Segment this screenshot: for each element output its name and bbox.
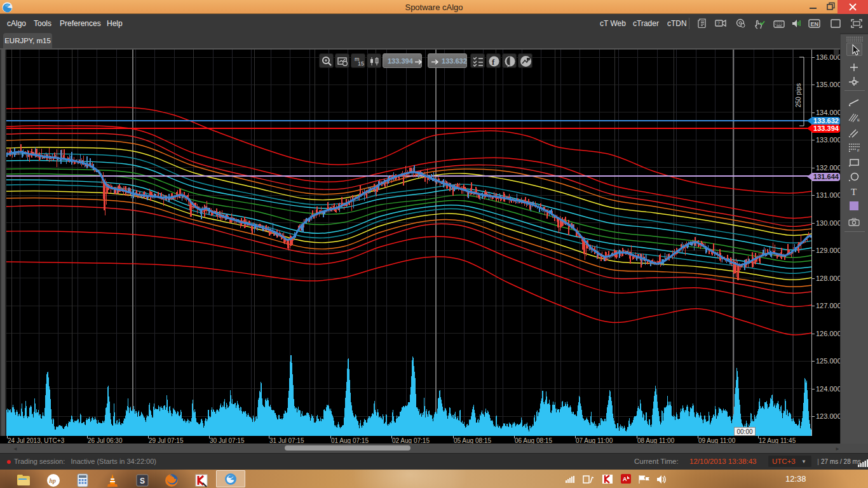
svg-text:f: f: [492, 57, 495, 67]
svg-text:EN: EN: [811, 21, 819, 27]
svg-text:S: S: [140, 477, 145, 485]
svg-text:15: 15: [358, 60, 364, 67]
svg-text:A: A: [623, 476, 627, 482]
svg-text:T: T: [851, 187, 857, 197]
svg-text:E: E: [857, 118, 860, 122]
svg-text:250 pips: 250 pips: [795, 83, 802, 107]
svg-text:?: ?: [717, 21, 720, 25]
svg-text:F: F: [857, 149, 860, 152]
svg-text:hp: hp: [50, 477, 57, 484]
